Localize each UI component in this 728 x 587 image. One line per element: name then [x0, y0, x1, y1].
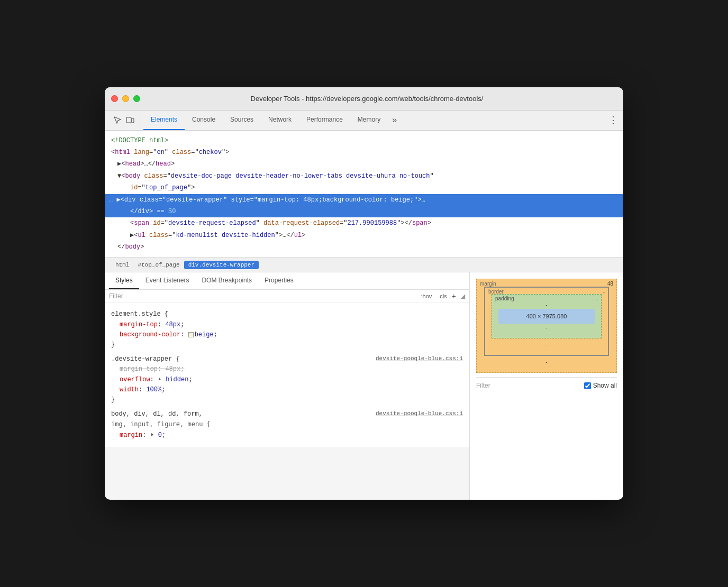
breadcrumb-html[interactable]: html [111, 261, 133, 269]
minimize-button[interactable] [122, 95, 129, 102]
toolbar-icons [107, 111, 141, 130]
dom-line[interactable]: id="top_of_page"> [105, 182, 623, 194]
devtools-menu-button[interactable]: ⋮ [603, 111, 623, 130]
css-rule-devsite-wrapper: .devsite-wrapper { devsite-google-blue.c… [105, 352, 469, 407]
tab-network[interactable]: Network [261, 111, 299, 130]
dom-line[interactable]: </body> [105, 241, 623, 253]
css-prop-row: width: 100%; [111, 385, 463, 395]
css-selector-row: .devsite-wrapper { devsite-google-blue.c… [111, 354, 463, 364]
filter-placeholder: Filter [109, 292, 420, 300]
css-rule-element-style: element.style { margin-top: 48px; backgr… [105, 307, 469, 352]
tab-bar: Elements Console Sources Network Perform… [105, 111, 623, 131]
close-button[interactable] [111, 95, 118, 102]
css-rule-body-div: body, div, dl, dd, form, devsite-google-… [105, 407, 469, 443]
sub-tab-properties[interactable]: Properties [258, 272, 300, 289]
css-selector-row: body, div, dl, dd, form, devsite-google-… [111, 409, 463, 419]
device-toggle-icon[interactable] [124, 114, 136, 126]
padding-bottom-val: - [498, 324, 595, 332]
box-model-margin: margin 48 border - padding - - [476, 279, 617, 373]
box-model-border: border - padding - - 400 × 7975.080 - [484, 287, 609, 356]
dom-line[interactable]: <!DOCTYPE html> [105, 135, 623, 146]
tab-performance[interactable]: Performance [299, 111, 350, 130]
hov-button[interactable]: :hov [420, 292, 434, 300]
css-file-link[interactable]: devsite-google-blue.css:1 [376, 354, 463, 364]
css-file-link-2[interactable]: devsite-google-blue.css:1 [376, 409, 463, 419]
sub-tab-dom-breakpoints[interactable]: DOM Breakpoints [195, 272, 258, 289]
filter-resize-handle: ◢ [460, 292, 465, 300]
styles-section: Styles Event Listeners DOM Breakpoints P… [105, 272, 623, 500]
computed-filter-label: Filter [476, 382, 490, 389]
devtools-window: Developer Tools - https://developers.goo… [105, 87, 623, 500]
css-rules: element.style { margin-top: 48px; backgr… [105, 303, 469, 446]
show-all-container: Show all [584, 382, 617, 389]
dom-line[interactable]: ▶<ul class="kd-menulist devsite-hidden">… [105, 230, 623, 241]
show-all-label: Show all [593, 382, 617, 389]
margin-value: 48 [607, 281, 613, 287]
css-prop-row: overflow: hidden; [111, 375, 463, 385]
more-tabs-button[interactable]: » [388, 111, 401, 130]
dom-line[interactable]: ▶<head>…</head> [105, 158, 623, 170]
breadcrumb-bar: html #top_of_page div.devsite-wrapper [105, 258, 623, 272]
traffic-lights [111, 95, 140, 102]
tab-sources[interactable]: Sources [223, 111, 261, 130]
triangle-icon [159, 378, 161, 381]
box-model-padding: padding - - 400 × 7975.080 - [492, 294, 602, 338]
sub-tab-styles[interactable]: Styles [109, 272, 139, 289]
computed-filter: Filter Show all [476, 377, 617, 389]
window-title: Developer Tools - https://developers.goo… [149, 95, 585, 103]
border-bottom-val: - [492, 341, 602, 348]
css-prop-row: background-color: beige; [111, 330, 463, 340]
box-model-content: 400 × 7975.080 [498, 309, 595, 324]
border-value: - [603, 289, 605, 295]
dom-panel: <!DOCTYPE html> <html lang="en" class="c… [105, 131, 623, 258]
tab-console[interactable]: Console [185, 111, 223, 130]
color-swatch-beige [188, 332, 194, 337]
dom-line[interactable]: <html lang="en" class="chekov"> [105, 146, 623, 158]
styles-left-panel: Styles Event Listeners DOM Breakpoints P… [105, 272, 470, 500]
filter-buttons: :hov .cls + ◢ [420, 292, 465, 300]
dom-line[interactable]: ▼<body class="devsite-doc-page devsite-h… [105, 170, 623, 182]
svg-rect-0 [126, 117, 131, 123]
box-model-diagram: margin 48 border - padding - - [476, 279, 617, 373]
triangle-icon-2 [151, 433, 153, 436]
css-prop-row: margin-top: 48px; [111, 320, 463, 330]
margin-bottom-val: - [484, 359, 609, 365]
padding-top-val: - [498, 301, 595, 309]
breadcrumb-div-wrapper[interactable]: div.devsite-wrapper [184, 261, 259, 269]
css-selector: element.style { [111, 309, 463, 319]
add-style-button[interactable]: + [452, 292, 456, 300]
dom-line[interactable]: <span id="devsite-request-elapsed" data-… [105, 217, 623, 229]
dom-line-selected[interactable]: … ▶<div class="devsite-wrapper" style="m… [105, 194, 623, 206]
tab-elements[interactable]: Elements [143, 111, 185, 130]
maximize-button[interactable] [133, 95, 140, 102]
css-prop-row: margin: 0; [111, 430, 463, 441]
css-selector-row: img, input, figure, menu { [111, 419, 463, 430]
padding-value: - [596, 296, 598, 301]
title-bar: Developer Tools - https://developers.goo… [105, 87, 623, 111]
cls-button[interactable]: .cls [436, 292, 449, 300]
breadcrumb-top-of-page[interactable]: #top_of_page [133, 261, 184, 269]
filter-bar: Filter :hov .cls + ◢ [105, 290, 469, 303]
css-prop-row: margin-top: 48px; [111, 364, 463, 374]
margin-label: margin [480, 281, 496, 287]
sub-tabs: Styles Event Listeners DOM Breakpoints P… [105, 272, 469, 290]
sub-tab-event-listeners[interactable]: Event Listeners [139, 272, 196, 289]
padding-label: padding [495, 296, 514, 301]
styles-right-panel: margin 48 border - padding - - [470, 272, 623, 500]
dom-line-close[interactable]: </div> == $0 [105, 206, 623, 217]
tab-memory[interactable]: Memory [350, 111, 388, 130]
inspect-icon[interactable] [111, 114, 124, 126]
show-all-checkbox[interactable] [584, 382, 591, 389]
svg-rect-1 [132, 118, 134, 123]
